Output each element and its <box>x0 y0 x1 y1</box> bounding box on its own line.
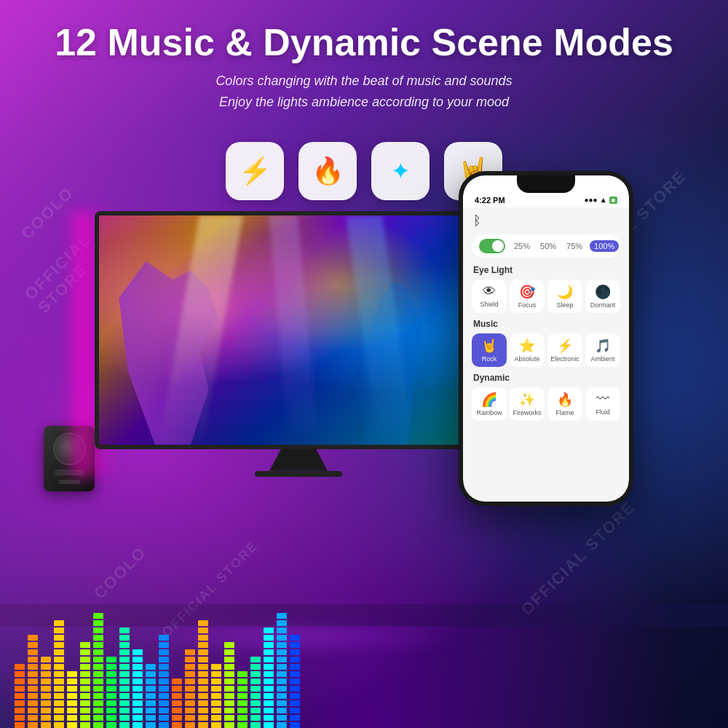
brightness-100[interactable]: 100% <box>590 240 619 252</box>
eq-segment <box>159 664 169 670</box>
eq-segment <box>264 671 274 677</box>
eq-segment <box>146 693 156 699</box>
eq-segment <box>198 620 208 626</box>
eye-light-label: Eye Light <box>472 265 620 275</box>
eq-segment <box>250 678 261 684</box>
eq-segment <box>132 678 143 684</box>
phone: 4:22 PM ●●● ▲ ■ ᛒ 25% 50% <box>459 171 633 506</box>
eq-segment <box>290 635 300 641</box>
status-time: 4:22 PM <box>475 196 505 205</box>
eq-segment <box>41 700 51 706</box>
mode-fireworks[interactable]: ✨ Fireworks <box>510 387 545 421</box>
eq-segment <box>172 715 182 721</box>
eq-segment <box>277 628 287 633</box>
eq-segment <box>93 642 103 648</box>
mode-fluid[interactable]: 〰 Fluid <box>585 387 620 421</box>
flame-mode-icon: 🔥 <box>557 392 573 408</box>
eq-segment <box>159 649 169 655</box>
eq-segment <box>146 715 156 721</box>
mode-sleep[interactable]: 🌙 Sleep <box>547 280 582 313</box>
eq-segment <box>198 657 208 662</box>
mode-dormant[interactable]: 🌑 Dormant <box>585 280 620 313</box>
eq-segment <box>106 722 116 728</box>
eq-segment <box>224 657 234 662</box>
eq-segment <box>93 700 103 706</box>
eq-segment <box>67 693 77 699</box>
eq-segment <box>198 722 208 728</box>
eq-segment <box>54 693 64 699</box>
eq-segment <box>93 664 103 670</box>
eq-segment <box>159 671 169 677</box>
eq-segment <box>211 693 221 699</box>
eq-segment <box>277 686 287 692</box>
eq-segment <box>106 678 116 684</box>
eq-segment <box>119 664 130 670</box>
eq-segment <box>264 649 274 655</box>
brightness-50[interactable]: 50% <box>537 240 559 252</box>
eq-segment <box>198 708 208 713</box>
eq-segment <box>159 708 169 713</box>
eq-segment <box>159 722 169 728</box>
mode-flame[interactable]: 🔥 Flame <box>547 387 582 421</box>
phone-screen: 4:22 PM ●●● ▲ ■ ᛒ 25% 50% <box>463 175 629 502</box>
eq-segment <box>80 700 90 706</box>
eq-segment <box>185 693 195 699</box>
subtitle-line1: Colors changing with the beat of music a… <box>215 74 512 88</box>
focus-label: Focus <box>518 301 537 309</box>
sleep-icon: 🌙 <box>557 284 573 300</box>
eq-segment <box>277 700 287 706</box>
eq-segment <box>198 715 208 721</box>
eq-segment <box>132 686 143 692</box>
power-toggle[interactable] <box>479 239 505 253</box>
mode-absolute[interactable]: ⭐ Absolute <box>510 333 545 367</box>
subtitle: Colors changing with the beat of music a… <box>29 71 699 113</box>
eq-segment <box>67 722 77 728</box>
eq-segment <box>237 708 248 713</box>
eq-segment <box>106 708 116 713</box>
eq-segment <box>277 715 287 721</box>
eq-segment <box>54 686 64 692</box>
eq-segment <box>290 657 300 662</box>
sleep-label: Sleep <box>556 301 573 309</box>
eq-segment <box>277 678 287 684</box>
eq-segment <box>237 678 248 684</box>
sparkle-icon: ✦ <box>391 157 411 185</box>
eq-segment <box>237 693 248 699</box>
brightness-75[interactable]: 75% <box>563 240 585 252</box>
mode-electronic[interactable]: ⚡ Electronic <box>547 333 582 367</box>
eq-segment <box>41 722 51 728</box>
eq-segment <box>28 664 38 670</box>
eq-segment <box>250 686 261 692</box>
fluid-icon: 〰 <box>596 392 609 407</box>
eq-bar-group-4 <box>67 671 77 728</box>
dynamic-label: Dynamic <box>472 373 620 383</box>
rainbow-icon: 🌈 <box>481 392 497 408</box>
eq-segment <box>290 700 300 706</box>
eq-segment <box>80 686 90 692</box>
lightning-badge: ⚡ <box>226 142 284 200</box>
mode-ambient[interactable]: 🎵 Ambient <box>585 333 620 367</box>
eq-segment <box>185 686 195 692</box>
bluetooth-icon: ᛒ <box>472 213 620 229</box>
eq-segment <box>15 664 25 670</box>
mode-focus[interactable]: 🎯 Focus <box>510 280 545 313</box>
eq-segment <box>264 722 274 728</box>
mode-shield[interactable]: 👁 Shield <box>472 280 507 313</box>
eq-segment <box>132 708 143 713</box>
absolute-label: Absolute <box>514 355 539 363</box>
status-icons: ●●● ▲ ■ <box>585 196 617 204</box>
eq-segment <box>211 722 221 728</box>
eq-bar-group-13 <box>185 649 195 728</box>
eq-segment <box>80 708 90 713</box>
eq-segment <box>290 693 300 699</box>
eq-segment <box>185 708 195 713</box>
eq-segment <box>277 664 287 670</box>
mode-rainbow[interactable]: 🌈 Rainbow <box>472 387 507 421</box>
brightness-25[interactable]: 25% <box>511 240 533 252</box>
eq-segment <box>264 686 274 692</box>
eq-segment <box>41 664 51 670</box>
eq-segment <box>146 708 156 713</box>
eq-segment <box>41 671 51 677</box>
eq-segment <box>250 700 261 706</box>
mode-rock[interactable]: 🤘 Rock <box>472 333 507 367</box>
